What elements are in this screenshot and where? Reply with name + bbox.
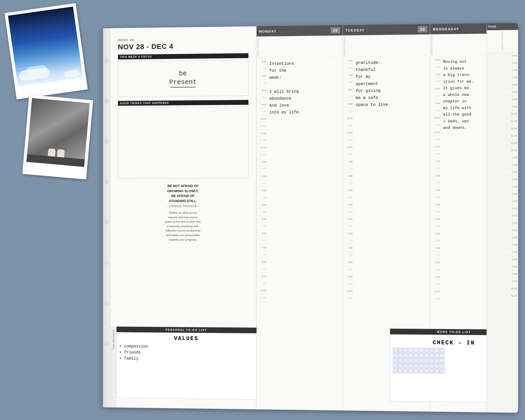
week-label: WEEK 48 [118,37,248,42]
binding-hole [105,301,109,305]
monday-content: Intentions for the week: I will bring ab… [267,57,343,411]
focus-underline [170,87,195,88]
focus-line1: be [179,70,187,77]
top-priority-label: TOP PRIORITY [112,329,115,349]
polaroid-space [5,3,88,99]
polaroid-feet [22,95,93,180]
tuesday-label: TUESDAY [345,28,365,32]
thursday-today-focus: TODAY'S FOCUS [501,30,504,52]
good-things-box [118,107,248,179]
personal-todo-content: VALUES • compassion • friends • family [116,332,257,399]
wednesday-today-focus: TODAY'S FOCUS [430,34,433,56]
tuesday-note: gratitude: thankful for my apartment for… [356,59,390,109]
right-page: MONDAY 28 TODAY'S FOCUS 6:00 6:30 7:00 7… [257,23,518,413]
monday-note: Intentions for the week: I will bring ab… [269,60,301,116]
tuesday-today-focus: TODAY'S FOCUS [343,35,346,57]
focus-line2: Present [169,78,197,86]
binding-hole [105,180,109,184]
notebook-spine [103,28,110,407]
personal-todo-section: TOP PRIORITY PERSONAL TO-DO LIST VALUES … [110,326,257,409]
binding-hole [105,59,109,63]
tuesday-number: 29 [418,26,427,33]
space-photo [8,7,83,87]
tuesday-header: TUESDAY 29 [343,24,430,36]
reflect-text: Reflect on what you've learned and how y… [118,211,248,242]
quote-attribution: - CHINESE PROVERB - [118,205,248,208]
todo-item-3: • family [119,355,254,363]
monday-times: 6:00 6:30 7:00 7:30 8:00 8:30 9:00 9:30 … [257,58,267,409]
monday-column: MONDAY 28 TODAY'S FOCUS 6:00 6:30 7:00 7… [257,25,343,411]
good-things-header: GOOD THINGS THAT HAPPENED [118,100,248,106]
date-range: NOV 28 - DEC 4 [118,42,248,51]
feet-photo [26,98,90,167]
binding-hole [105,139,109,144]
monday-number: 28 [331,27,340,34]
quote-section: BE NOT AFRAID OF GROWING SLOWLY, BE AFRA… [118,183,248,242]
binding-hole [105,220,109,224]
tuesday-times: 6:00 6:30 7:00 7:30 8:00 8:30 9:00 9:30 … [343,57,354,411]
monday-body: 6:00 6:30 7:00 7:30 8:00 8:30 9:00 9:30 … [257,57,342,411]
binding-hole [105,261,109,265]
personal-todo-title: VALUES [119,335,254,342]
monday-label: MONDAY [259,29,277,33]
planner-notebook: WEEK 48 NOV 28 - DEC 4 THIS WEEK'S FOCUS… [103,23,518,413]
far-right-page: THUR TODAY'S FOCUS 6:00 6:30 7:00 7:30 8… [487,23,518,413]
far-right-header: THUR [487,23,518,30]
wednesday-label: WEDNESDAY [433,27,459,31]
far-right-times: 6:00 6:30 7:00 7:30 8:00 8:30 9:00 9:30 … [487,52,518,300]
monday-header: MONDAY 28 [257,25,342,36]
focus-box: be Present [118,60,248,97]
binding-hole [105,99,109,103]
quote-text: BE NOT AFRAID OF GROWING SLOWLY, BE AFRA… [118,183,248,203]
focus-section-header: THIS WEEK'S FOCUS [118,53,248,59]
monday-today-focus: TODAY'S FOCUS [257,36,260,58]
wednesday-note: Moving out is always a big trans- ition … [443,58,474,131]
binding-hole [105,342,109,346]
